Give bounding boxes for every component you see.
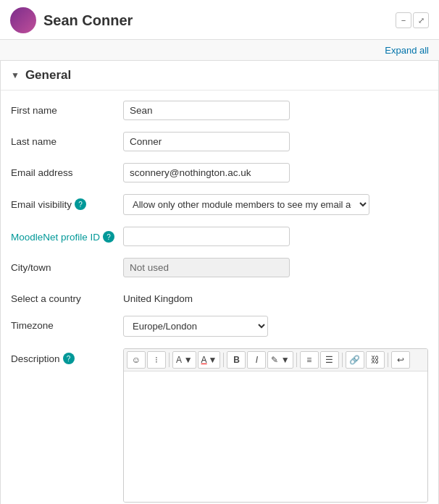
country-row: Select a country United Kingdom — [1, 283, 438, 310]
moodlenet-input[interactable] — [123, 227, 290, 246]
chevron-down-icon: ▼ — [11, 70, 20, 80]
email-visibility-select[interactable]: Allow only other module members to see m… — [123, 194, 369, 215]
moodlenet-control — [123, 227, 290, 246]
bold-icon[interactable]: B — [227, 351, 246, 369]
highlight-icon[interactable]: ✎ ▼ — [267, 351, 293, 369]
toolbar-separator-5 — [388, 353, 388, 367]
moodlenet-label: MoodleNet profile ID ? — [11, 227, 116, 243]
email-row: Email address — [1, 157, 438, 188]
expand-all-bar: Expand all — [0, 40, 439, 60]
first-name-control — [123, 101, 290, 120]
bullet-list-icon[interactable]: ≡ — [300, 351, 319, 369]
email-visibility-row: Email visibility ? Allow only other modu… — [1, 188, 438, 221]
toolbar-separator-2 — [223, 353, 224, 367]
header-icons: − ⤢ — [396, 12, 429, 28]
toolbar-separator-1 — [169, 353, 170, 367]
last-name-row: Last name — [1, 126, 438, 157]
font-color-icon[interactable]: A ▼ — [198, 351, 221, 369]
avatar — [10, 7, 36, 33]
first-name-label: First name — [11, 101, 116, 116]
email-visibility-control: Allow only other module members to see m… — [123, 194, 369, 215]
section-header[interactable]: ▼ General — [1, 61, 438, 91]
header-left: Sean Conner — [10, 7, 133, 33]
email-label: Email address — [11, 163, 116, 178]
timezone-row: Timezone Europe/London UTC America/New_Y… — [1, 310, 438, 343]
city-label: City/town — [11, 258, 116, 273]
description-row: Description ? ☺ ⁝ A ▼ A ▼ B I ✎ ▼ ≡ ☰ — [1, 343, 438, 504]
page-header: Sean Conner − ⤢ — [0, 0, 439, 40]
timezone-select[interactable]: Europe/London UTC America/New_York Asia/… — [123, 316, 268, 337]
toolbar-separator-3 — [296, 353, 297, 367]
last-name-input[interactable] — [123, 132, 290, 151]
undo-icon[interactable]: ↩ — [391, 351, 410, 369]
moodlenet-row: MoodleNet profile ID ? — [1, 221, 438, 252]
minimize-icon[interactable]: − — [396, 12, 411, 28]
last-name-control — [123, 132, 290, 151]
section-title: General — [25, 68, 71, 83]
moodlenet-help-icon[interactable]: ? — [103, 231, 114, 243]
timezone-label: Timezone — [11, 316, 116, 331]
first-name-input[interactable] — [123, 101, 290, 120]
expand-all-link[interactable]: Expand all — [385, 45, 429, 56]
country-label: Select a country — [11, 289, 116, 304]
toolbar-separator-4 — [342, 353, 343, 367]
description-content-area[interactable] — [124, 371, 427, 502]
grid-icon[interactable]: ⁝ — [147, 351, 166, 369]
page-title: Sean Conner — [43, 12, 133, 29]
email-input[interactable] — [123, 163, 290, 182]
city-row: City/town — [1, 252, 438, 283]
description-help-icon[interactable]: ? — [63, 353, 75, 364]
general-section: ▼ General First name Last name Email add… — [0, 60, 439, 504]
city-input[interactable] — [123, 258, 290, 277]
link-icon[interactable]: 🔗 — [346, 351, 364, 369]
description-editor: ☺ ⁝ A ▼ A ▼ B I ✎ ▼ ≡ ☰ 🔗 ⛓ ↩ — [123, 348, 428, 503]
email-visibility-help-icon[interactable]: ? — [75, 198, 86, 210]
last-name-label: Last name — [11, 132, 116, 147]
expand-icon[interactable]: ⤢ — [413, 12, 429, 28]
unlink-icon[interactable]: ⛓ — [366, 351, 385, 369]
numbered-list-icon[interactable]: ☰ — [320, 351, 339, 369]
email-control — [123, 163, 290, 182]
city-control — [123, 258, 290, 277]
first-name-row: First name — [1, 95, 438, 126]
country-value: United Kingdom — [123, 289, 193, 304]
form-body: First name Last name Email address Email… — [1, 91, 438, 504]
description-label: Description ? — [11, 348, 116, 364]
italic-icon[interactable]: I — [247, 351, 266, 369]
timezone-control: Europe/London UTC America/New_York Asia/… — [123, 316, 268, 337]
emoji-icon[interactable]: ☺ — [127, 351, 146, 369]
email-visibility-label: Email visibility ? — [11, 194, 116, 210]
editor-toolbar: ☺ ⁝ A ▼ A ▼ B I ✎ ▼ ≡ ☰ 🔗 ⛓ ↩ — [124, 349, 427, 371]
font-icon[interactable]: A ▼ — [172, 351, 196, 369]
